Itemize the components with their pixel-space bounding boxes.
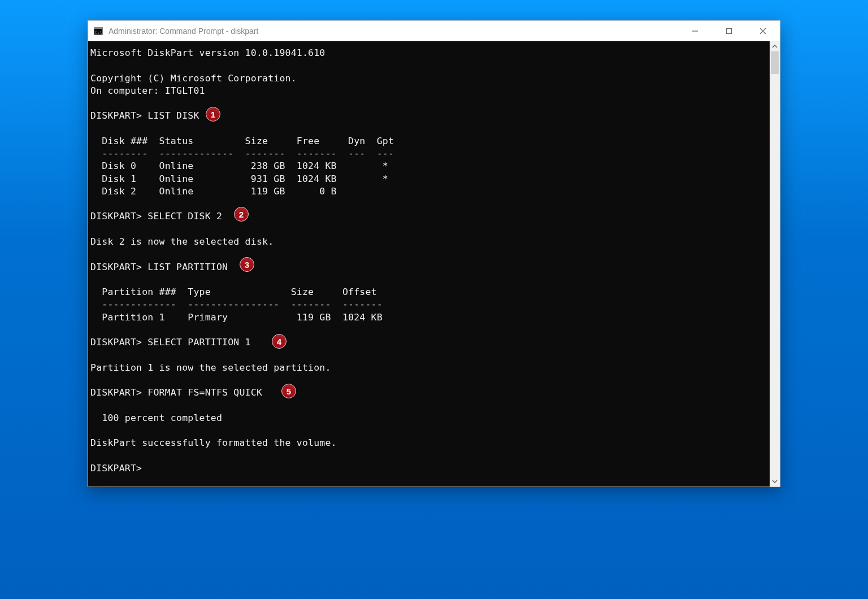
console-area: Microsoft DiskPart version 10.0.19041.61… bbox=[88, 41, 780, 487]
vertical-scrollbar[interactable] bbox=[770, 41, 780, 487]
cmd-icon bbox=[94, 27, 103, 35]
scroll-down-arrow-icon[interactable] bbox=[770, 476, 780, 487]
svg-rect-1 bbox=[727, 29, 732, 34]
maximize-button[interactable] bbox=[712, 21, 746, 41]
terminal-output: Microsoft DiskPart version 10.0.19041.61… bbox=[90, 47, 780, 475]
close-icon bbox=[760, 28, 766, 34]
titlebar[interactable]: Administrator: Command Prompt - diskpart bbox=[88, 21, 780, 41]
scroll-up-arrow-icon[interactable] bbox=[770, 41, 780, 51]
annotation-badge-4: 4 bbox=[272, 334, 287, 349]
minimize-icon bbox=[692, 28, 698, 34]
window-controls bbox=[678, 21, 780, 41]
window-title: Administrator: Command Prompt - diskpart bbox=[108, 27, 258, 36]
annotation-badge-3: 3 bbox=[240, 257, 254, 272]
annotation-badge-5: 5 bbox=[281, 384, 296, 398]
minimize-button[interactable] bbox=[678, 21, 712, 41]
annotation-badge-2: 2 bbox=[234, 207, 249, 222]
terminal[interactable]: Microsoft DiskPart version 10.0.19041.61… bbox=[88, 41, 780, 487]
maximize-icon bbox=[726, 28, 732, 34]
titlebar-left: Administrator: Command Prompt - diskpart bbox=[94, 27, 258, 36]
command-prompt-window: Administrator: Command Prompt - diskpart… bbox=[88, 20, 780, 487]
scrollbar-thumb[interactable] bbox=[771, 51, 779, 74]
annotation-badge-1: 1 bbox=[206, 107, 220, 121]
close-button[interactable] bbox=[746, 21, 780, 41]
